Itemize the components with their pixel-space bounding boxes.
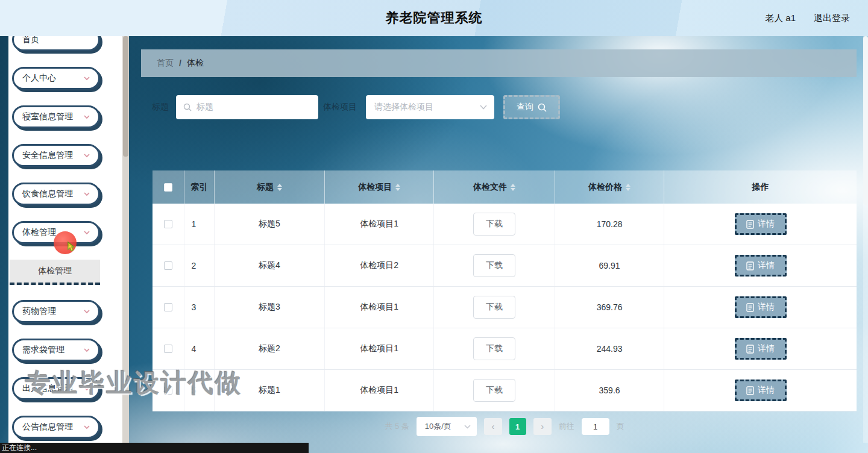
- sidebar-item-label: 药物管理: [22, 306, 56, 317]
- title-filter-label: 标题: [152, 102, 169, 113]
- chevron-down-icon: [84, 75, 90, 81]
- sidebar-item-label: 饮食信息管理: [22, 189, 73, 199]
- header-actions: 操作: [664, 170, 857, 204]
- cell-price: 244.93: [555, 328, 664, 369]
- cell-index: 4: [184, 328, 215, 369]
- chevron-down-icon: [84, 424, 90, 430]
- document-icon: [746, 386, 754, 395]
- detail-button-label: 详情: [758, 260, 775, 271]
- sidebar-item[interactable]: 寝室信息管理: [12, 105, 100, 128]
- page-scrollbar[interactable]: [863, 36, 868, 443]
- cell-title: 标题2: [215, 328, 325, 369]
- sort-icon[interactable]: [511, 184, 515, 191]
- header-price[interactable]: 体检价格: [555, 170, 664, 204]
- sidebar-item[interactable]: 首页: [12, 36, 100, 51]
- sidebar-item[interactable]: 饮食信息管理: [12, 183, 100, 205]
- sidebar-item[interactable]: 安全信息管理: [12, 144, 100, 167]
- sidebar-item[interactable]: 需求袋管理: [12, 339, 100, 361]
- query-button[interactable]: 查询: [503, 95, 560, 119]
- sidebar-item[interactable]: 公告信息管理: [12, 416, 100, 439]
- detail-button-label: 详情: [758, 302, 775, 313]
- sidebar: 首页 个人中心 寝室信息管理 安全信息管理 饮食信息管理: [8, 36, 122, 443]
- logout-link[interactable]: 退出登录: [814, 13, 850, 24]
- row-checkbox[interactable]: [164, 386, 172, 395]
- query-button-label: 查询: [517, 102, 533, 113]
- page-unit-label: 页: [617, 421, 624, 432]
- pagination-total: 共 5 条: [385, 421, 409, 432]
- table-header-row: 索引 标题 体检项目 体检文件 体检价格 操作: [153, 170, 857, 204]
- cell-project: 体检项目1: [325, 370, 434, 411]
- detail-button-label: 详情: [758, 219, 775, 230]
- header-file[interactable]: 体检文件: [434, 170, 555, 204]
- cell-index: 1: [184, 204, 215, 245]
- download-button[interactable]: 下载: [473, 337, 515, 360]
- breadcrumb-home[interactable]: 首页: [157, 58, 174, 69]
- search-icon: [183, 103, 192, 111]
- chevron-down-icon: [84, 308, 90, 314]
- prev-page-button[interactable]: ‹: [484, 418, 502, 435]
- sort-icon[interactable]: [277, 184, 282, 191]
- sidebar-subitem-tijian-active[interactable]: 体检管理: [10, 260, 100, 285]
- sidebar-item-label: 出入信息管理: [22, 383, 73, 394]
- cell-title: 标题4: [215, 245, 325, 286]
- download-button[interactable]: 下载: [473, 213, 515, 236]
- cell-price: 69.91: [555, 245, 664, 286]
- select-all-checkbox[interactable]: [164, 183, 172, 192]
- page-scrollbar-thumb[interactable]: [863, 36, 868, 205]
- search-icon: [538, 103, 547, 112]
- row-checkbox[interactable]: [164, 303, 172, 311]
- sidebar-item[interactable]: 体检管理: [12, 221, 100, 244]
- breadcrumb: 首页 / 体检: [141, 49, 857, 77]
- goto-label: 前往: [559, 421, 574, 432]
- sort-icon[interactable]: [395, 184, 400, 191]
- sort-icon[interactable]: [626, 184, 631, 191]
- breadcrumb-current: 体检: [187, 58, 204, 69]
- download-button[interactable]: 下载: [473, 296, 515, 319]
- next-page-button[interactable]: ›: [533, 418, 552, 435]
- detail-button-label: 详情: [758, 385, 775, 396]
- title-search-input[interactable]: 标题: [176, 95, 318, 119]
- sidebar-scrollbar-thumb[interactable]: [123, 36, 128, 157]
- header-title[interactable]: 标题: [215, 170, 325, 204]
- sidebar-scrollbar[interactable]: [122, 36, 129, 443]
- table-row: 5 标题1 体检项目1 下载 359.6 详情: [153, 370, 857, 411]
- detail-button[interactable]: 详情: [735, 338, 787, 360]
- current-page-button[interactable]: 1: [509, 418, 526, 435]
- top-header: 养老院管理系统 老人 a1 退出登录: [0, 0, 868, 36]
- sidebar-item[interactable]: 药物管理: [12, 300, 100, 323]
- cell-price: 170.28: [555, 204, 664, 245]
- detail-button[interactable]: 详情: [735, 213, 787, 235]
- row-checkbox[interactable]: [164, 261, 172, 270]
- project-select[interactable]: 请选择体检项目: [366, 95, 494, 119]
- sidebar-item[interactable]: 出入信息管理: [12, 377, 100, 400]
- detail-button[interactable]: 详情: [735, 296, 787, 318]
- cell-project: 体检项目1: [325, 328, 434, 369]
- download-button[interactable]: 下载: [473, 379, 515, 402]
- pagination: 共 5 条 10条/页 ‹ 1 › 前往 页: [153, 417, 857, 436]
- header-project[interactable]: 体检项目: [325, 170, 434, 204]
- main-content: 首页 / 体检 标题 标题 体检项目 请选择体检项目 查询 索引 标题 体检项目…: [128, 36, 868, 453]
- cell-title: 标题1: [215, 370, 325, 411]
- cell-price: 369.76: [555, 287, 664, 328]
- cell-index: 5: [184, 370, 215, 411]
- page-size-value: 10条/页: [425, 421, 451, 432]
- detail-button[interactable]: 详情: [735, 255, 787, 276]
- chevron-down-icon: [84, 152, 90, 158]
- page-size-select[interactable]: 10条/页: [417, 417, 477, 436]
- detail-button[interactable]: 详情: [735, 380, 787, 401]
- chevron-down-icon: [464, 425, 471, 429]
- title-input-placeholder: 标题: [197, 102, 213, 113]
- row-checkbox[interactable]: [164, 220, 172, 228]
- download-button[interactable]: 下载: [473, 254, 515, 277]
- document-icon: [746, 303, 754, 312]
- cell-index: 2: [184, 245, 215, 286]
- table-row: 2 标题4 体检项目2 下载 69.91 详情: [153, 245, 857, 287]
- sidebar-item[interactable]: 个人中心: [12, 67, 100, 90]
- goto-page-input[interactable]: [582, 418, 609, 435]
- cell-project: 体检项目2: [325, 245, 434, 286]
- project-select-placeholder: 请选择体检项目: [374, 102, 433, 113]
- filter-bar: 标题 标题 体检项目 请选择体检项目 查询: [128, 95, 868, 119]
- row-checkbox[interactable]: [164, 345, 172, 353]
- cell-project: 体检项目1: [325, 204, 434, 245]
- chevron-down-icon: [84, 191, 90, 197]
